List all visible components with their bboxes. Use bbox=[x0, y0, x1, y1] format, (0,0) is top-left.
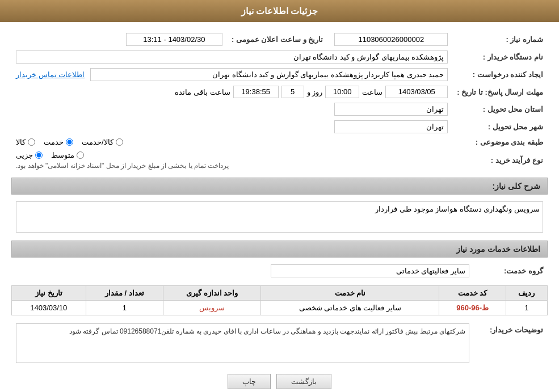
category-option-goods[interactable]: کالا bbox=[16, 138, 35, 146]
category-option-service-goods[interactable]: کالا/خدمت bbox=[82, 138, 123, 146]
response-deadline-label: مهلت ارسال پاسخ: تا تاریخ : bbox=[452, 83, 548, 100]
service-group-value: سایر فعالیتهای خدماتی bbox=[271, 264, 469, 277]
contact-info-link[interactable]: اطلاعات تماس خریدار bbox=[16, 70, 85, 79]
category-radio-goods[interactable] bbox=[28, 138, 35, 146]
category-option-service[interactable]: خدمت bbox=[44, 138, 73, 146]
col-date: تاریخ نیاز bbox=[12, 286, 86, 301]
col-name: نام خدمت bbox=[261, 286, 439, 301]
need-description-value: سرویس ونگهداری دستگاه هواساز موجود طی فر… bbox=[16, 201, 543, 233]
category-radio-service-goods[interactable] bbox=[116, 138, 123, 146]
cell-date: 1403/03/10 bbox=[12, 301, 86, 315]
delivery-city-value: تهران bbox=[334, 120, 448, 133]
category-label: طبقه بندی موضوعی : bbox=[452, 136, 548, 149]
purchase-type-medium[interactable]: متوسط bbox=[51, 151, 84, 159]
header-title: جزئیات اطلاعات نیاز bbox=[241, 6, 318, 16]
delivery-province-label: استان محل تحویل : bbox=[452, 100, 548, 118]
buyer-notes-value: شرکتهای مرتبط پیش فاکتور ارائه نمایندجهت… bbox=[16, 323, 469, 363]
cell-code: ط-96-960 bbox=[439, 301, 506, 315]
button-row: بازگشت چاپ bbox=[11, 374, 548, 389]
delivery-city-label: شهر محل تحویل : bbox=[452, 118, 548, 136]
page-title: جزئیات اطلاعات نیاز bbox=[0, 0, 559, 22]
need-number-value: 1103060026000002 bbox=[334, 33, 448, 46]
table-row: 1 ط-96-960 سایر فعالیت های خدماتی شخصی س… bbox=[12, 301, 548, 315]
purchase-type-partial[interactable]: جزیی bbox=[16, 151, 43, 159]
cell-count: 1 bbox=[86, 301, 163, 315]
back-button[interactable]: بازگشت bbox=[276, 374, 331, 389]
purchase-type-radio-partial[interactable] bbox=[35, 151, 43, 159]
purchase-type-radio-medium[interactable] bbox=[77, 151, 84, 159]
cell-row: 1 bbox=[506, 301, 547, 315]
response-date-value: 1403/03/05 bbox=[385, 86, 448, 98]
print-button[interactable]: چاپ bbox=[228, 374, 271, 389]
buyer-notes-label: توضیحات خریدار: bbox=[474, 321, 548, 365]
response-time-value: 10:00 bbox=[325, 86, 359, 98]
response-days-value: 5 bbox=[281, 86, 304, 98]
remaining-label: ساعت باقی مانده bbox=[175, 88, 230, 96]
days-label: روز و bbox=[307, 88, 323, 96]
cell-name: سایر فعالیت های خدماتی شخصی bbox=[261, 301, 439, 315]
service-table: ردیف کد خدمت نام خدمت واحد اندازه گیری ت… bbox=[11, 285, 548, 315]
col-count: تعداد / مقدار bbox=[86, 286, 163, 301]
announcement-date-label: تاریخ و ساعت اعلان عمومی : bbox=[227, 31, 327, 48]
creator-label: ایجاد کننده درخواست : bbox=[452, 66, 548, 83]
need-description-header: شرح کلی نیاز: bbox=[11, 178, 548, 195]
announcement-date-value: 1403/02/30 - 13:11 bbox=[126, 33, 222, 46]
need-number-label: شماره نیاز : bbox=[452, 31, 548, 48]
creator-value: حمید حیدری همپا کاربردار پژوهشکده بیماری… bbox=[90, 68, 448, 81]
service-group-label: گروه خدمت: bbox=[474, 262, 548, 280]
buyer-org-label: نام دستگاه خریدار : bbox=[452, 48, 548, 66]
purchase-type-label: نوع فرآیند خرید : bbox=[452, 149, 548, 172]
delivery-province-value: تهران bbox=[334, 103, 448, 116]
buyer-org-value: پژوهشکده بیماریهای گوارش و کبد دانشگاه ت… bbox=[16, 50, 448, 64]
col-code: کد خدمت bbox=[439, 286, 506, 301]
service-info-header: اطلاعات خدمات مورد نیاز bbox=[11, 241, 548, 258]
cell-unit: سرویس bbox=[163, 301, 261, 315]
col-row: ردیف bbox=[506, 286, 547, 301]
category-radio-service[interactable] bbox=[66, 138, 73, 146]
time-label: ساعت bbox=[362, 88, 383, 96]
purchase-type-notice: پرداخت تمام یا بخشی از مبلغ خریدار از مح… bbox=[16, 162, 229, 170]
col-unit: واحد اندازه گیری bbox=[163, 286, 261, 301]
time-remaining-value: 19:38:55 bbox=[233, 86, 279, 98]
